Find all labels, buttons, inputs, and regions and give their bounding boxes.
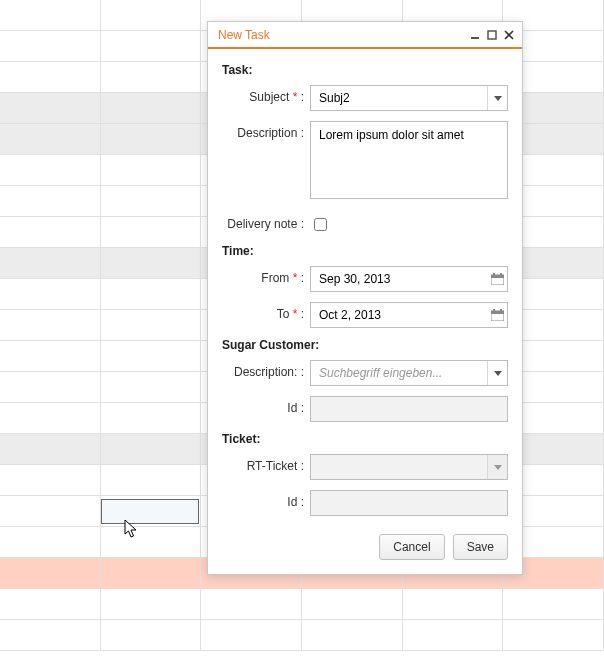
save-button[interactable]: Save xyxy=(453,534,508,560)
sugar-id-label: Id : xyxy=(222,396,310,415)
rt-ticket-label: RT-Ticket : xyxy=(222,454,310,473)
sugar-id-input[interactable] xyxy=(310,396,508,422)
sugar-description-combo[interactable] xyxy=(310,360,508,386)
description-textarea[interactable] xyxy=(310,121,508,199)
section-time-heading: Time: xyxy=(222,244,508,258)
to-label: To * : xyxy=(222,302,310,321)
to-date-input[interactable] xyxy=(311,308,487,322)
section-ticket-heading: Ticket: xyxy=(222,432,508,446)
maximize-button[interactable] xyxy=(485,28,499,42)
subject-select-value[interactable] xyxy=(311,86,487,110)
description-label: Description : xyxy=(222,121,310,140)
dialog-title: New Task xyxy=(218,28,270,42)
sugar-description-label: Description: : xyxy=(222,360,310,379)
svg-rect-1 xyxy=(488,31,496,39)
new-task-dialog: New Task Task: Subject * : xyxy=(207,21,523,575)
to-date-field[interactable] xyxy=(310,302,508,328)
rt-ticket-input[interactable] xyxy=(311,455,487,479)
ticket-id-input[interactable] xyxy=(310,490,508,516)
svg-rect-4 xyxy=(493,273,495,276)
section-sugar-heading: Sugar Customer: xyxy=(222,338,508,352)
svg-rect-5 xyxy=(500,273,502,276)
chevron-down-icon[interactable] xyxy=(487,361,507,385)
close-button[interactable] xyxy=(502,28,516,42)
svg-rect-7 xyxy=(491,311,504,314)
section-task-heading: Task: xyxy=(222,63,508,77)
from-date-input[interactable] xyxy=(311,272,487,286)
svg-rect-9 xyxy=(500,309,502,312)
from-date-field[interactable] xyxy=(310,266,508,292)
subject-select[interactable] xyxy=(310,85,508,111)
minimize-button[interactable] xyxy=(468,28,482,42)
rt-ticket-combo[interactable] xyxy=(310,454,508,480)
subject-label: Subject * : xyxy=(222,85,310,104)
calendar-icon[interactable] xyxy=(487,309,507,321)
delivery-note-checkbox[interactable] xyxy=(314,218,327,231)
sugar-description-input[interactable] xyxy=(311,361,487,385)
chevron-down-icon[interactable] xyxy=(487,86,507,110)
chevron-down-icon[interactable] xyxy=(487,455,507,479)
calendar-icon[interactable] xyxy=(487,273,507,285)
from-label: From * : xyxy=(222,266,310,285)
dialog-titlebar[interactable]: New Task xyxy=(208,22,522,49)
ticket-id-label: Id : xyxy=(222,490,310,509)
calendar-selected-cell[interactable] xyxy=(101,499,199,524)
delivery-note-label: Delivery note : xyxy=(222,212,310,231)
cancel-button[interactable]: Cancel xyxy=(379,534,444,560)
svg-rect-8 xyxy=(493,309,495,312)
svg-rect-0 xyxy=(471,37,479,39)
svg-rect-3 xyxy=(491,275,504,278)
